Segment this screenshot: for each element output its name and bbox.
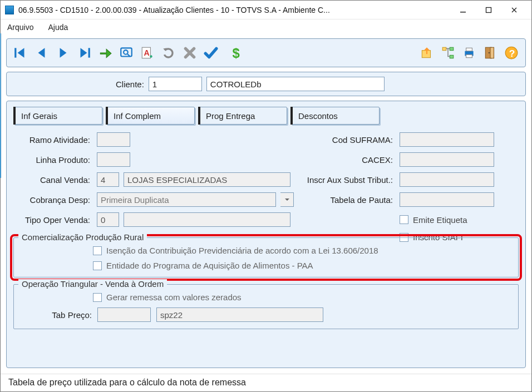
menu-ajuda[interactable]: Ajuda (46, 22, 70, 33)
emite-etiqueta-label: Emite Etiqueta (413, 215, 467, 225)
tab-preco-desc-input[interactable] (156, 307, 323, 322)
svg-rect-11 (450, 47, 454, 50)
group-operacao-triangular-legend: Operação Triangular - Venda à Ordem (18, 279, 167, 289)
svg-rect-14 (466, 48, 472, 51)
app-window: 06.9.5503 - CD1510 - 2.00.00.039 - Atual… (0, 0, 532, 392)
tab-descontos[interactable]: Descontos (290, 107, 380, 125)
label-tab-preco: Tab Preço: (21, 310, 92, 320)
label-cacex: CACEX: (299, 155, 394, 165)
label-tipo-oper-venda: Tipo Oper Venda: (13, 215, 91, 225)
app-icon (5, 6, 14, 14)
label-cod-suframa: Cod SUFRAMA: (299, 135, 394, 145)
money-button[interactable]: $ (227, 43, 246, 62)
next-record-button[interactable] (53, 43, 72, 62)
undo-button[interactable] (159, 43, 178, 62)
label-ramo-atividade: Ramo Atividade: (13, 135, 91, 145)
label-linha-produto: Linha Produto: (13, 155, 91, 165)
minimize-button[interactable] (450, 2, 476, 18)
label-tabela-pauta: Tabela de Pauta: (299, 195, 394, 205)
toolbar: A $ ? (6, 38, 526, 67)
svg-text:A: A (144, 48, 150, 57)
help-button[interactable]: ? (502, 43, 521, 62)
close-button[interactable] (501, 2, 527, 18)
form-panel: Inf Gerais Inf Complem Prog Entrega Desc… (6, 101, 526, 368)
delete-button[interactable] (180, 43, 199, 62)
svg-rect-4 (121, 48, 132, 56)
tab-prog-entrega[interactable]: Prog Entrega (198, 107, 287, 125)
print-button[interactable] (460, 43, 479, 62)
prev-record-button[interactable] (32, 43, 51, 62)
svg-text:?: ? (509, 48, 515, 59)
tree-button[interactable] (439, 43, 457, 62)
linha-produto-input[interactable] (97, 152, 130, 167)
svg-rect-17 (490, 47, 494, 58)
svg-rect-10 (442, 47, 446, 50)
client-label: Cliente: (116, 80, 144, 89)
svg-rect-12 (450, 55, 454, 58)
tab-inf-gerais[interactable]: Inf Gerais (13, 107, 102, 125)
maximize-button[interactable] (476, 2, 501, 18)
svg-rect-2 (14, 48, 16, 57)
exit-button[interactable] (481, 43, 500, 62)
menu-arquivo[interactable]: Arquivo (5, 22, 36, 33)
cacex-input[interactable] (400, 152, 494, 167)
paa-checkbox[interactable] (93, 261, 102, 270)
inscr-aux-input[interactable] (400, 172, 494, 187)
isencao-checkbox[interactable] (93, 246, 102, 255)
tabela-pauta-input[interactable] (400, 192, 494, 207)
menubar: Arquivo Ajuda (1, 19, 531, 35)
canal-venda-desc-input[interactable] (124, 172, 290, 187)
svg-rect-1 (486, 7, 491, 12)
emite-etiqueta-row: Emite Etiqueta (400, 215, 519, 225)
label-canal-venda: Canal Venda: (13, 175, 91, 185)
client-header: Cliente: (6, 72, 526, 96)
group-producao-rural-legend: Comercialização Produção Rural (18, 232, 147, 242)
first-record-button[interactable] (11, 43, 30, 62)
check-button[interactable] (201, 43, 220, 62)
label-inscr-aux: Inscr Aux Subst Tribut.: (299, 175, 394, 185)
left-app-edge (0, 33, 1, 178)
svg-rect-15 (466, 54, 472, 57)
zoom-button[interactable] (117, 43, 136, 62)
isencao-label: Isenção da Contribuição Previdenciária d… (106, 246, 378, 255)
cod-suframa-input[interactable] (400, 132, 494, 147)
svg-rect-3 (88, 48, 90, 57)
chevron-down-icon[interactable] (280, 192, 294, 207)
client-name-input[interactable] (206, 77, 385, 91)
label-cobranca-desp: Cobrança Desp: (13, 195, 91, 205)
group-producao-rural: Comercialização Produção Rural Isenção d… (13, 237, 519, 277)
cobranca-desp-select[interactable] (97, 192, 276, 207)
gerar-remessa-label: Gerar remessa com valores zerados (106, 292, 242, 302)
svg-rect-9 (422, 51, 430, 58)
export-button[interactable] (417, 43, 436, 62)
client-code-input[interactable] (149, 77, 202, 91)
group-operacao-triangular: Operação Triangular - Venda à Ordem Gera… (13, 284, 519, 329)
form-grid: Ramo Atividade: Cod SUFRAMA: Linha Produ… (13, 132, 519, 242)
tab-inf-complem[interactable]: Inf Complem (106, 107, 195, 125)
svg-point-5 (124, 50, 128, 54)
tipo-oper-venda-desc-input[interactable] (124, 212, 290, 227)
font-button[interactable]: A (138, 43, 157, 62)
tabstrip: Inf Gerais Inf Complem Prog Entrega Desc… (13, 107, 519, 125)
tab-preco-code-input[interactable] (97, 307, 151, 322)
titlebar: 06.9.5503 - CD1510 - 2.00.00.039 - Atual… (1, 1, 531, 19)
ramo-atividade-input[interactable] (97, 132, 130, 147)
svg-rect-0 (460, 12, 466, 13)
canal-venda-code-input[interactable] (97, 172, 119, 187)
last-record-button[interactable] (75, 43, 93, 62)
tipo-oper-venda-code-input[interactable] (97, 212, 119, 227)
emite-etiqueta-checkbox[interactable] (400, 215, 408, 224)
window-title: 06.9.5503 - CD1510 - 2.00.00.039 - Atual… (18, 6, 450, 14)
go-button[interactable] (96, 43, 115, 62)
svg-point-18 (489, 52, 490, 53)
gerar-remessa-checkbox[interactable] (93, 293, 102, 302)
svg-text:$: $ (232, 46, 239, 60)
paa-label: Entidade do Programa de Aquisição de Ali… (106, 261, 313, 270)
status-bar: Tabela de preço utilizada para o cálculo… (1, 374, 531, 391)
